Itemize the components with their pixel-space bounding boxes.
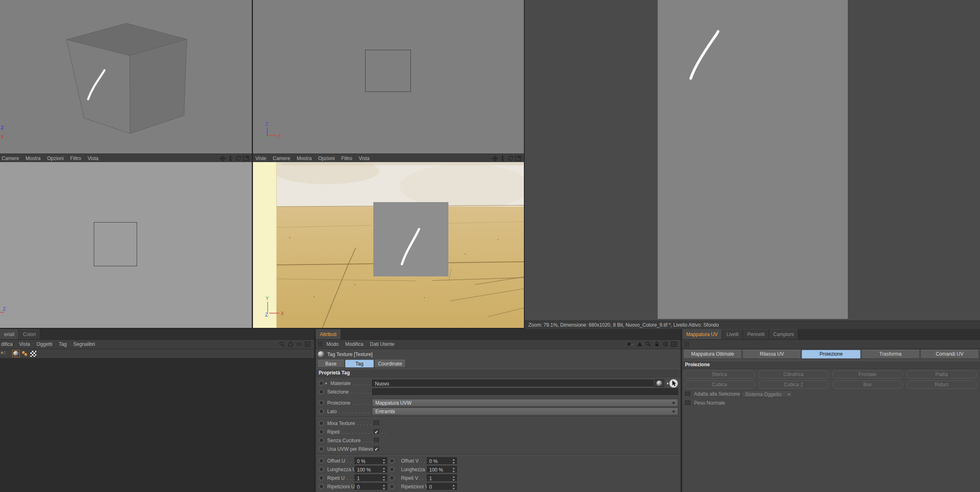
menu-modifica[interactable]: Modifica xyxy=(344,341,368,347)
new-panel-icon[interactable] xyxy=(671,341,677,347)
section-proprieta-tag[interactable]: Proprietà Tag xyxy=(316,369,681,377)
menu-filtro[interactable]: Filtro xyxy=(340,156,357,161)
button-cubica[interactable]: Cubica xyxy=(684,381,755,389)
checkerboard-icon[interactable] xyxy=(30,351,36,357)
section-proiezione[interactable]: Proiezione xyxy=(682,361,980,369)
animation-dot-icon[interactable] xyxy=(389,484,395,489)
animation-dot-icon[interactable] xyxy=(319,467,324,472)
usa-uvw-checkbox[interactable]: ✔ xyxy=(374,446,379,452)
new-panel-icon[interactable] xyxy=(304,341,311,347)
animation-dot-icon[interactable] xyxy=(319,381,324,386)
button-sferica[interactable]: Sferica xyxy=(684,370,755,378)
tab-tag[interactable]: Tag xyxy=(345,360,374,367)
button-box[interactable]: Box xyxy=(832,381,903,389)
tab-mappatura-uv[interactable]: Mappatura UV xyxy=(682,329,722,339)
menu-filtro[interactable]: Filtro xyxy=(69,156,86,161)
animation-dot-icon[interactable] xyxy=(319,458,324,463)
tab-colori[interactable]: Colori xyxy=(19,329,40,339)
button-riduci[interactable]: Riduci xyxy=(907,381,977,389)
menu-opzioni[interactable]: Opzioni xyxy=(45,156,69,161)
menu-mostra[interactable]: Mostra xyxy=(295,156,317,161)
offset-u-field[interactable]: 0 % xyxy=(355,457,387,465)
menu-vista[interactable]: Vista xyxy=(18,341,35,347)
menu-dati-utente[interactable]: Dati Utente xyxy=(368,341,399,347)
home-icon[interactable] xyxy=(287,341,294,347)
rotate-icon[interactable] xyxy=(507,155,514,162)
target-icon[interactable] xyxy=(662,341,669,347)
animation-dot-icon[interactable] xyxy=(319,409,324,414)
proiezione-dropdown[interactable]: Mappatura UVW xyxy=(372,399,678,407)
animation-dot-icon[interactable] xyxy=(319,389,324,394)
dolly-icon[interactable] xyxy=(499,155,506,162)
senza-cuciture-checkbox[interactable] xyxy=(374,438,379,443)
adatta-selezione-checkbox[interactable] xyxy=(685,392,690,397)
button-cilindrica[interactable]: Cilindrica xyxy=(758,370,829,378)
materiale-input[interactable]: Nuovo xyxy=(372,380,654,387)
ripeti-checkbox[interactable]: ✔ xyxy=(374,429,379,434)
menu-mostra[interactable]: Mostra xyxy=(24,156,46,161)
rotate-icon[interactable] xyxy=(235,155,242,162)
spinner-arrows-icon[interactable] xyxy=(452,476,455,481)
tab-pennelli[interactable]: Pennelli xyxy=(743,329,769,339)
button-proiezione[interactable]: Proiezione xyxy=(802,350,860,358)
maximize-icon[interactable] xyxy=(515,155,521,162)
offset-v-field[interactable]: 0 % xyxy=(427,457,457,465)
pan-icon[interactable] xyxy=(220,155,226,162)
history-back-icon[interactable] xyxy=(625,341,634,347)
ripetizioni-u-field[interactable]: 0 xyxy=(355,483,387,490)
ripeti-u-field[interactable]: 1 xyxy=(355,474,387,482)
ripeti-v-field[interactable]: 1 xyxy=(427,474,457,482)
material-preview-thumb[interactable] xyxy=(654,379,664,387)
menu-tag[interactable]: Tag xyxy=(57,341,71,347)
lock-icon[interactable] xyxy=(654,341,660,347)
eye-icon[interactable] xyxy=(296,341,302,347)
dolly-icon[interactable] xyxy=(227,155,234,162)
menu-oggetti[interactable]: Oggetti xyxy=(35,341,57,347)
button-mappatura-ottimale[interactable]: Mappatura Ottimale xyxy=(683,350,742,358)
selezione-input[interactable] xyxy=(372,388,678,396)
spinner-arrows-icon[interactable] xyxy=(452,459,455,464)
tab-livelli[interactable]: Livelli xyxy=(722,329,743,339)
animation-dot-icon[interactable] xyxy=(319,484,324,489)
menu-camere[interactable]: Camere xyxy=(0,156,24,161)
animation-dot-icon[interactable] xyxy=(319,475,324,481)
tab-coordinate[interactable]: Coordinate xyxy=(375,360,406,367)
peso-normale-checkbox[interactable] xyxy=(685,401,690,406)
search-icon[interactable] xyxy=(279,341,285,347)
spinner-arrows-icon[interactable] xyxy=(452,485,455,490)
spinner-arrows-icon[interactable] xyxy=(382,468,386,472)
menu-vista[interactable]: Vista xyxy=(357,156,374,161)
animation-dot-icon[interactable] xyxy=(389,458,395,463)
button-frontale[interactable]: Frontale xyxy=(832,370,903,378)
spinner-arrows-icon[interactable] xyxy=(382,476,386,481)
grip-icon[interactable] xyxy=(318,341,323,347)
menu-camere[interactable]: Camere xyxy=(271,156,295,161)
animation-dot-icon[interactable] xyxy=(319,421,324,426)
spinner-arrows-icon[interactable] xyxy=(452,468,455,472)
tab-materiali[interactable]: eriali xyxy=(0,329,19,339)
animation-dot-icon[interactable] xyxy=(319,438,324,443)
grip-icon[interactable] xyxy=(684,341,690,347)
material-spheres-icon[interactable] xyxy=(21,350,29,357)
viewport-perspective-textured[interactable]: Y Z X xyxy=(253,162,524,328)
expand-arrow-icon[interactable] xyxy=(326,382,327,385)
spinner-arrows-icon[interactable] xyxy=(382,459,386,464)
spinner-arrows-icon[interactable] xyxy=(382,485,386,490)
viewport-front-square[interactable]: Z X xyxy=(253,0,524,154)
button-piatta[interactable]: Piatta xyxy=(907,370,977,378)
animation-dot-icon[interactable] xyxy=(389,475,395,481)
button-rilassa-uv[interactable]: Rilassa UV xyxy=(743,350,801,358)
history-up-icon[interactable] xyxy=(636,341,643,347)
animation-dot-icon[interactable] xyxy=(319,400,324,405)
lato-dropdown[interactable]: Entrambi xyxy=(372,407,678,415)
menu-segnalibri[interactable]: Segnalibri xyxy=(72,341,100,347)
lunghezza-v-field[interactable]: 100 % xyxy=(427,466,457,473)
materials-list-area[interactable] xyxy=(0,358,314,492)
expand-arrow-icon[interactable] xyxy=(667,382,669,385)
menu-modifica[interactable]: difica xyxy=(0,341,18,347)
search-icon[interactable] xyxy=(645,341,652,347)
menu-vista[interactable]: Vista xyxy=(86,156,103,161)
viewport-perspective-cube[interactable]: Z X xyxy=(0,0,252,154)
maximize-icon[interactable] xyxy=(243,155,249,162)
pan-icon[interactable] xyxy=(492,155,498,162)
